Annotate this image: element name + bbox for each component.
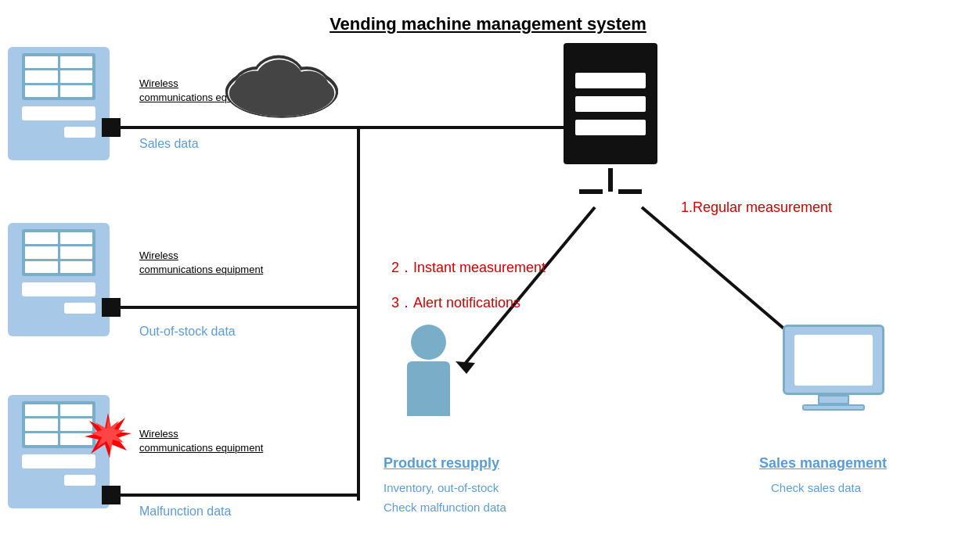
page-title: Vending machine management system (330, 14, 646, 34)
sales-management-sub1: Check sales data (771, 481, 861, 494)
product-resupply-sub1: Inventory, out-of-stock (384, 481, 499, 494)
monitor-base (802, 404, 865, 411)
wireless-label-2: Wirelesscommunications equipment (139, 249, 263, 277)
vending-machine-2 (8, 223, 110, 336)
monitor-stand (818, 395, 849, 404)
server-icon (564, 43, 657, 164)
regular-measurement-label: 1.Regular measurement (681, 199, 832, 216)
monitor (783, 325, 884, 395)
wireless-label-3: Wirelesscommunications equipment (139, 427, 263, 455)
sales-management-title: Sales management (759, 455, 887, 472)
svg-point-21 (255, 59, 303, 99)
connector-box-2 (102, 298, 121, 317)
monitor-screen (794, 335, 873, 386)
data-label-1: Sales data (139, 137, 199, 151)
svg-marker-6 (456, 361, 475, 374)
cloud-icon (219, 39, 344, 128)
alert-label: 3．Alert notifications (391, 293, 520, 312)
computer-icon (783, 325, 884, 411)
person-head (411, 325, 446, 360)
vending-machine-1 (8, 47, 110, 160)
svg-line-5 (462, 207, 595, 368)
connector-box-3 (102, 486, 121, 504)
instant-measurement-label: 2．Instant measurement (391, 258, 546, 277)
connector-box-1 (102, 118, 121, 137)
malfunction-indicator (85, 411, 128, 454)
product-resupply-sub2: Check malfunction data (384, 501, 506, 514)
person-icon (407, 325, 450, 416)
data-label-3: Malfunction data (139, 504, 231, 519)
data-label-2: Out-of-stock data (139, 325, 236, 339)
product-resupply-title: Product resupply (384, 455, 499, 472)
person-body (407, 361, 450, 416)
